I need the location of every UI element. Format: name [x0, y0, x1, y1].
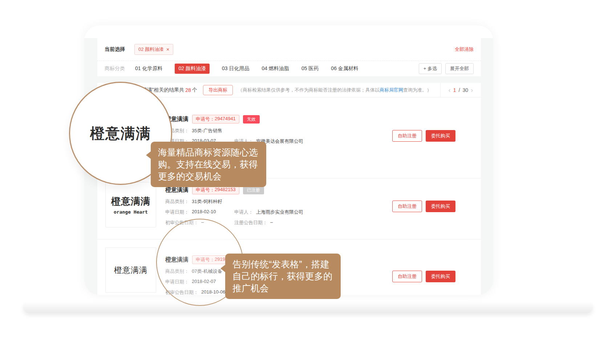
clear-all-button[interactable]: 全部清除	[455, 46, 474, 53]
trademark-image-text: 橙意满满	[114, 265, 147, 276]
trademark-name: 橙意满满	[165, 186, 189, 194]
status-badge: 无效	[243, 115, 260, 124]
results-count: 28	[185, 87, 191, 93]
category-field-value: 07类-机械设备	[192, 268, 222, 275]
callout-line: 告别传统“发表格”，搭建	[232, 258, 333, 270]
selected-filter-tag[interactable]: 02 颜料油漆 ×	[134, 44, 173, 55]
category-field-value: 35类-广告销售	[192, 128, 222, 134]
entrust-buy-button[interactable]: 委托购买	[426, 271, 455, 282]
callout-line: 更多的交易机会	[158, 170, 259, 182]
category-item-03[interactable]: 03 日化用品	[222, 64, 249, 74]
category-item-02-selected[interactable]: 02 颜料油漆	[175, 64, 209, 74]
applicant-label: 申请人：	[234, 209, 253, 215]
row-actions: 自助注册 委托购买	[392, 201, 455, 212]
registration-publication-value: –	[270, 219, 273, 226]
application-number-value: 29482153	[215, 187, 236, 193]
disclaimer-suffix: 查询为准。）	[403, 87, 431, 93]
close-icon[interactable]: ×	[166, 47, 169, 52]
callout-bubble-promotion: 告别传统“发表格”，搭建 自己的标行，获得更多的 推广机会	[225, 254, 341, 299]
apply-date-label: 申请日期：	[165, 209, 189, 215]
pagination-current: 1	[453, 87, 456, 93]
field-line: 商品类别：35类-广告销售	[165, 128, 303, 134]
category-bar: 商标分类 01 化学原料 02 颜料油漆 03 日化用品 04 燃料油脂 05 …	[97, 61, 481, 76]
pagination-total: 30	[463, 87, 469, 93]
category-item-04[interactable]: 04 燃料油脂	[262, 64, 289, 74]
results-count-suffix: 个	[192, 87, 197, 93]
category-bar-label: 商标分类	[105, 65, 125, 72]
callout-line: 自己的标行，获得更多的	[232, 270, 333, 282]
application-number-label: 申请号：	[196, 187, 215, 193]
self-register-button[interactable]: 自助注册	[392, 201, 422, 212]
category-field-label: 商品类别：	[165, 268, 189, 275]
first-publication-value: –	[201, 219, 204, 226]
applicant-value: 上海雨步实业有限公司	[256, 209, 303, 215]
disclaimer-prefix: （商标检索结果仅供参考，不作为商标能否注册的法律依据；具体以	[238, 87, 380, 93]
self-register-button[interactable]: 自助注册	[392, 271, 422, 282]
category-item-05[interactable]: 05 医药	[301, 64, 319, 74]
apply-date-label: 申请日期：	[165, 279, 189, 285]
field-line: 申请日期：2018-02-10 申请人：上海雨步实业有限公司	[165, 209, 303, 215]
callout-line: 推广机会	[232, 282, 333, 294]
trademark-thumbnail[interactable]: 橙意满满 orange Heart	[105, 182, 156, 227]
trademark-image-text: 橙意满满	[111, 195, 150, 208]
apply-date-value: 2018-02-10	[192, 209, 216, 215]
callout-bubble-marketplace: 海量精品商标资源随心选 购。支持在线交易，获得 更多的交易机会	[151, 142, 266, 187]
current-selection-bar: 当前选择 02 颜料油漆 × 全部清除	[97, 38, 481, 61]
category-item-06[interactable]: 06 金属材料	[331, 64, 358, 74]
chevron-left-icon[interactable]: ‹	[449, 87, 451, 93]
application-number-label: 申请号：	[196, 116, 215, 122]
field-line: 初审公告日期：– 注册公告日期：–	[165, 219, 303, 226]
application-number-value: 29474941	[215, 116, 236, 122]
current-selection-label: 当前选择	[105, 46, 125, 53]
selected-filter-tag-label: 02 颜料油漆	[138, 46, 164, 53]
application-number-label: 申请号：	[196, 256, 215, 263]
self-register-button[interactable]: 自助注册	[392, 130, 422, 142]
callout-tail-icon	[146, 151, 151, 159]
row-actions: 自助注册 委托购买	[392, 271, 455, 282]
magnified-trademark-text: 橙意满满	[90, 124, 151, 143]
application-number-tag: 申请号：29474941	[192, 115, 239, 124]
first-publication-label: 初审公告日期：	[165, 289, 198, 295]
row-actions: 自助注册 委托购买	[392, 130, 455, 142]
callout-tail-icon	[220, 264, 226, 272]
trademark-office-link[interactable]: 商标局官网	[380, 87, 403, 93]
chevron-right-icon[interactable]: ›	[471, 87, 473, 93]
result-row-content: 橙意满满 申请号：29482153 已注册 商品类别：31类-饲料种籽 申请日期…	[165, 186, 303, 226]
entrust-buy-button[interactable]: 委托购买	[426, 201, 455, 212]
registration-publication-label: 注册公告日期：	[234, 219, 267, 226]
result-row: 橙意满满 orange Heart 橙意满满 申请号：29482153 已注册 …	[97, 178, 481, 239]
result-title-line: 橙意满满 申请号：29474941 无效	[165, 115, 303, 124]
category-field-value: 31类-饲料种籽	[192, 198, 222, 205]
disclaimer: （商标检索结果仅供参考，不作为商标能否注册的法律依据；具体以商标局官网查询为准。…	[238, 87, 431, 93]
trademark-name: 橙意满满	[165, 256, 189, 264]
pagination-divider: /	[459, 87, 460, 93]
category-actions: + 多选 展开全部	[419, 63, 474, 74]
multi-select-button[interactable]: + 多选	[419, 63, 442, 74]
export-trademarks-button[interactable]: 导出商标	[203, 85, 233, 95]
callout-line: 海量精品商标资源随心选	[158, 146, 259, 158]
apply-date-value: 2018-02-07	[192, 279, 216, 285]
first-publication-value: 2018-10-06	[201, 289, 226, 295]
laptop-base	[23, 303, 593, 313]
expand-all-button[interactable]: 展开全部	[445, 63, 474, 74]
category-item-01[interactable]: 01 化学原料	[135, 64, 162, 74]
entrust-buy-button[interactable]: 委托购买	[426, 130, 455, 142]
result-row-content: 橙意满满 申请号：29474941 无效 商品类别：35类-广告销售 申请日期：…	[165, 115, 303, 145]
filter-card: 当前选择 02 颜料油漆 × 全部清除 商标分类 01 化学原料 02 颜料油漆…	[97, 38, 481, 76]
field-line: 商品类别：31类-饲料种籽	[165, 198, 303, 205]
page: 当前选择 02 颜料油漆 × 全部清除 商标分类 01 化学原料 02 颜料油漆…	[0, 0, 616, 364]
pagination: ‹ 1 / 30 ›	[440, 83, 481, 97]
category-field-label: 商品类别：	[165, 198, 189, 205]
first-publication-label: 初审公告日期：	[165, 219, 198, 226]
callout-line: 购。支持在线交易，获得	[158, 158, 259, 170]
trademark-image-subtext: orange Heart	[114, 209, 148, 215]
trademark-thumbnail[interactable]: 橙意满满	[105, 247, 156, 293]
